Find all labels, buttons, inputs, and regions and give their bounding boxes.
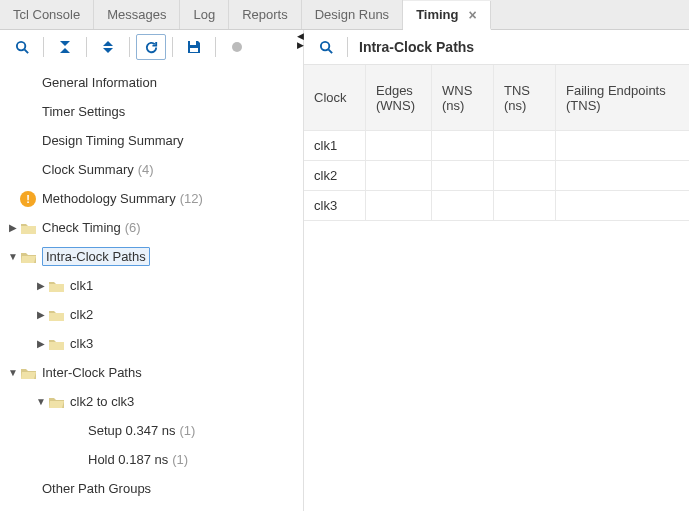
svg-line-1 xyxy=(24,49,28,53)
svg-rect-8 xyxy=(49,342,64,350)
refresh-icon[interactable] xyxy=(136,34,166,60)
cell-edges xyxy=(366,191,432,221)
expand-all-icon[interactable] xyxy=(93,34,123,60)
search-icon[interactable] xyxy=(7,34,37,60)
tree-item-methodology-summary[interactable]: ! Methodology Summary (12) xyxy=(0,184,303,213)
table-row[interactable]: clk3 xyxy=(304,191,689,221)
svg-rect-2 xyxy=(190,41,196,45)
tree-item-clk2[interactable]: ▶ clk2 xyxy=(0,300,303,329)
search-icon[interactable] xyxy=(311,34,341,60)
cell-clock: clk2 xyxy=(304,161,366,191)
chevron-down-icon[interactable]: ▼ xyxy=(6,251,20,262)
cell-fail xyxy=(556,131,689,161)
chevron-down-icon[interactable]: ▼ xyxy=(6,367,20,378)
tab-label: Messages xyxy=(107,7,166,22)
svg-point-4 xyxy=(232,42,242,52)
tree-item-timer-settings[interactable]: Timer Settings xyxy=(0,97,303,126)
folder-open-icon xyxy=(20,250,36,264)
tab-timing[interactable]: Timing × xyxy=(403,1,491,30)
folder-icon xyxy=(48,308,64,322)
chevron-right-icon[interactable]: ▶ xyxy=(34,280,48,291)
tab-reports[interactable]: Reports xyxy=(229,0,302,29)
cell-wns xyxy=(432,191,494,221)
tree-item-clk2-to-clk3[interactable]: ▼ clk2 to clk3 xyxy=(0,387,303,416)
cell-tns xyxy=(494,131,556,161)
tree-label: Clock Summary xyxy=(42,162,134,177)
tree-count: (12) xyxy=(180,191,203,206)
tree-item-design-timing-summary[interactable]: Design Timing Summary xyxy=(0,126,303,155)
separator xyxy=(43,37,44,57)
tree-label: Methodology Summary xyxy=(42,191,176,206)
svg-rect-3 xyxy=(190,48,198,52)
save-icon[interactable] xyxy=(179,34,209,60)
cell-tns xyxy=(494,191,556,221)
col-header-clock[interactable]: Clock xyxy=(304,65,366,131)
folder-icon xyxy=(20,221,36,235)
svg-rect-7 xyxy=(49,313,64,321)
tree-item-setup[interactable]: Setup 0.347 ns (1) xyxy=(0,416,303,445)
cell-fail xyxy=(556,191,689,221)
tree-item-intra-clock-paths[interactable]: ▼ Intra-Clock Paths xyxy=(0,242,303,271)
tree-label: Design Timing Summary xyxy=(42,133,184,148)
chevron-right-icon[interactable]: ▶ xyxy=(6,222,20,233)
tree-label: Other Path Groups xyxy=(42,481,151,496)
panel-collapse-handle[interactable]: ◀▶ xyxy=(297,32,304,50)
tree-item-clk1[interactable]: ▶ clk1 xyxy=(0,271,303,300)
separator xyxy=(86,37,87,57)
tree-item-inter-clock-paths[interactable]: ▼ Inter-Clock Paths xyxy=(0,358,303,387)
right-header: Intra-Clock Paths xyxy=(304,30,689,64)
tree-item-general-info[interactable]: General Information xyxy=(0,68,303,97)
tree-label: Hold 0.187 ns xyxy=(88,452,168,467)
clock-table: Clock Edges (WNS) WNS (ns) TNS (ns) Fail… xyxy=(304,64,689,221)
cell-clock: clk1 xyxy=(304,131,366,161)
folder-open-icon xyxy=(48,395,64,409)
tree-label: clk2 to clk3 xyxy=(70,394,134,409)
tree-label: General Information xyxy=(42,75,157,90)
circle-icon[interactable] xyxy=(222,34,252,60)
table-row[interactable]: clk2 xyxy=(304,161,689,191)
tree-item-clock-summary[interactable]: Clock Summary (4) xyxy=(0,155,303,184)
tab-label: Reports xyxy=(242,7,288,22)
tree: General Information Timer Settings Desig… xyxy=(0,64,303,511)
left-toolbar: ◀▶ xyxy=(0,30,303,64)
tree-label: Check Timing xyxy=(42,220,121,235)
col-header-wns[interactable]: WNS (ns) xyxy=(432,65,494,131)
table-row[interactable]: clk1 xyxy=(304,131,689,161)
tree-label: Setup 0.347 ns xyxy=(88,423,175,438)
tree-item-other-path-groups[interactable]: Other Path Groups xyxy=(0,474,303,503)
cell-edges xyxy=(366,161,432,191)
chevron-right-icon[interactable]: ▶ xyxy=(34,309,48,320)
chevron-right-icon[interactable]: ▶ xyxy=(34,338,48,349)
col-header-fail[interactable]: Failing Endpoints (TNS) xyxy=(556,65,689,131)
panel-title: Intra-Clock Paths xyxy=(359,39,474,55)
svg-rect-5 xyxy=(21,226,36,234)
separator xyxy=(129,37,130,57)
tab-log[interactable]: Log xyxy=(180,0,229,29)
close-icon[interactable]: × xyxy=(469,7,477,23)
chevron-down-icon[interactable]: ▼ xyxy=(34,396,48,407)
collapse-all-icon[interactable] xyxy=(50,34,80,60)
warning-icon: ! xyxy=(20,191,36,207)
tree-label: Timer Settings xyxy=(42,104,125,119)
tab-label: Log xyxy=(193,7,215,22)
svg-point-0 xyxy=(16,41,24,49)
tab-tcl-console[interactable]: Tcl Console xyxy=(0,0,94,29)
tab-design-runs[interactable]: Design Runs xyxy=(302,0,403,29)
tab-label: Timing xyxy=(416,7,458,22)
cell-wns xyxy=(432,131,494,161)
cell-wns xyxy=(432,161,494,191)
tree-label: Intra-Clock Paths xyxy=(42,247,150,266)
cell-fail xyxy=(556,161,689,191)
tree-item-hold[interactable]: Hold 0.187 ns (1) xyxy=(0,445,303,474)
tree-item-clk3[interactable]: ▶ clk3 xyxy=(0,329,303,358)
col-header-tns[interactable]: TNS (ns) xyxy=(494,65,556,131)
col-header-edges[interactable]: Edges (WNS) xyxy=(366,65,432,131)
tree-item-check-timing[interactable]: ▶ Check Timing (6) xyxy=(0,213,303,242)
cell-clock: clk3 xyxy=(304,191,366,221)
left-panel: ◀▶ General Information Timer Settings De… xyxy=(0,30,304,511)
svg-line-10 xyxy=(328,49,332,53)
folder-icon xyxy=(48,337,64,351)
table-header: Clock Edges (WNS) WNS (ns) TNS (ns) Fail… xyxy=(304,65,689,131)
tab-messages[interactable]: Messages xyxy=(94,0,180,29)
tree-label: Inter-Clock Paths xyxy=(42,365,142,380)
